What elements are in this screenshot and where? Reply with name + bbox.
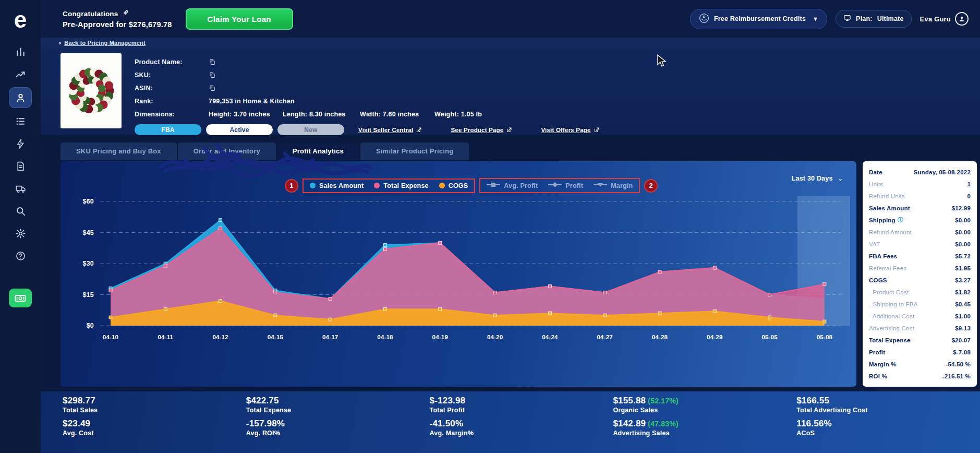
side-panel-row: Sales Amount$12.99 (869, 202, 971, 214)
stat-column: $298.77Total Sales$23.49Avg. Cost (63, 396, 246, 453)
gear-icon[interactable] (9, 224, 31, 242)
svg-text:04-19: 04-19 (432, 334, 448, 340)
profit-analytics-chart-panel: Last 30 Days ⌄ 1 Sales AmountTotal Expen… (61, 161, 856, 387)
triangle-down-marker-icon (594, 182, 607, 189)
copy-icon[interactable] (209, 85, 216, 92)
stat-total-profit: $-123.98Total Profit (430, 396, 613, 414)
tab-order-and-inventory[interactable]: Order and Inventory (178, 142, 276, 160)
annotation-marker-1: 1 (285, 179, 298, 193)
side-panel-row: - Product Cost$1.82 (869, 286, 971, 298)
help-icon[interactable] (9, 247, 31, 265)
side-panel-row: VAT$0.00 (869, 238, 971, 250)
svg-text:04-18: 04-18 (377, 334, 393, 340)
sidebar-nav (9, 43, 31, 265)
hand-coin-icon (699, 13, 709, 25)
square-marker-icon (487, 182, 500, 189)
monitor-icon (843, 14, 851, 23)
sku-label: SKU: (135, 71, 209, 79)
visit-seller-central-link[interactable]: Visit Seller Central (358, 127, 422, 133)
tab-profit-analytics[interactable]: Profit Analytics (277, 142, 359, 160)
stat-column: $422.75Total Expense-157.98%Avg. ROI% (246, 396, 430, 453)
legend-dot-icon (310, 183, 316, 188)
product-image (61, 53, 122, 128)
side-panel-row: Shippingⓘ$0.00 (869, 214, 971, 226)
stat-column: $166.55Total Advertising Cost116.56%ACoS (796, 396, 980, 453)
cash-icon[interactable] (9, 289, 32, 307)
side-panel-row: - Shipping to FBA$0.45 (869, 298, 971, 310)
copy-icon[interactable] (209, 58, 216, 66)
plan-button[interactable]: Plan: Ultimate (836, 10, 911, 28)
search-icon[interactable] (9, 202, 31, 220)
preapproved-text: Pre-Approved for (63, 20, 126, 29)
app-root: e Congratulations Pre-Approved for $276,… (0, 0, 980, 453)
legend-metrics-group: Avg. ProfitProfitMargin (479, 178, 640, 193)
bolt-icon[interactable] (9, 135, 31, 152)
visit-offers-page-link[interactable]: Visit Offers Page (541, 127, 599, 133)
user-menu[interactable]: Eva Guru (920, 12, 969, 26)
svg-text:04-12: 04-12 (212, 334, 228, 340)
plan-value: Ultimate (877, 15, 904, 22)
side-panel-row: Profit$-7.08 (869, 346, 971, 358)
legend-total-expense[interactable]: Total Expense (374, 182, 428, 189)
svg-text:04-29: 04-29 (707, 334, 722, 340)
legend-dot-icon (374, 183, 380, 188)
tab-sku-pricing-and-buy-box[interactable]: SKU Pricing and Buy Box (61, 142, 177, 160)
see-product-page-link[interactable]: See Product Page (451, 127, 512, 133)
truck-icon[interactable] (9, 180, 31, 197)
legend-margin[interactable]: Margin (594, 182, 633, 189)
day-detail-panel: DateSunday, 05-08-2022Units1Refund Units… (863, 161, 977, 387)
dimensions-label: Dimensions: (135, 111, 209, 118)
legend-profit[interactable]: Profit (548, 182, 583, 189)
avatar[interactable] (955, 12, 969, 26)
svg-text:$15: $15 (83, 291, 94, 299)
side-panel-row: - Additional Cost$1.00 (869, 310, 971, 322)
info-icon[interactable]: ⓘ (898, 216, 903, 224)
dimension-length: Length: 8.30 inches (283, 111, 360, 118)
stat-advertising-sales: $142.89 (47.83%)Advertising Sales (613, 419, 796, 437)
asin-label: ASIN: (135, 85, 209, 92)
summary-stats-bar: $298.77Total Sales$23.49Avg. Cost$422.75… (41, 391, 980, 453)
list-icon[interactable] (9, 112, 31, 130)
svg-text:05-05: 05-05 (761, 334, 778, 340)
dimension-width: Width: 7.60 inches (360, 111, 434, 118)
legend-cogs[interactable]: COGS (439, 182, 468, 189)
svg-text:04-28: 04-28 (652, 334, 668, 340)
plan-label: Plan: (856, 15, 873, 22)
claim-loan-button[interactable]: Claim Your Loan (186, 8, 293, 30)
reimbursement-label: Free Reimbursement Credits (714, 15, 806, 22)
side-panel-row: COGS$3.27 (869, 274, 971, 286)
copy-icon[interactable] (209, 71, 216, 79)
range-label: Last 30 Days (792, 175, 833, 182)
trend-up-icon[interactable] (9, 65, 31, 83)
tab-similar-product-pricing[interactable]: Similar Product Pricing (360, 142, 469, 160)
eva-logo[interactable]: e (14, 5, 27, 35)
user-name: Eva Guru (920, 15, 951, 23)
legend-sales-amount[interactable]: Sales Amount (310, 182, 364, 189)
stat-avg-margin-: -41.50%Avg. Margin% (430, 419, 613, 437)
area-chart-canvas[interactable]: $0$15$30$45$6004-1004-1104-1204-1504-170… (63, 194, 850, 351)
congrats-title: Congratulations (63, 10, 118, 18)
product-header: Product Name: SKU: ASIN: Rank:799,353 in… (41, 48, 980, 135)
stat-acos: 116.56%ACoS (796, 419, 980, 437)
svg-text:$45: $45 (83, 229, 94, 236)
svg-text:04-27: 04-27 (597, 334, 612, 340)
loan-banner: Congratulations Pre-Approved for $276,67… (63, 9, 172, 29)
rank-value: 799,353 in Home & Kitchen (209, 98, 295, 105)
preapproved-amount: $276,679.78 (129, 20, 172, 29)
user-icon[interactable] (9, 88, 31, 108)
new-badge[interactable]: New (277, 124, 344, 135)
legend-avg-profit[interactable]: Avg. Profit (487, 182, 538, 189)
side-panel-row: Total Expense$20.07 (869, 334, 971, 346)
side-panel-row: Refund Amount$0.00 (869, 226, 971, 238)
document-icon[interactable] (9, 157, 31, 175)
active-badge[interactable]: Active (206, 124, 273, 135)
diamond-marker-icon (548, 182, 562, 189)
stat-column: $-123.98Total Profit-41.50%Avg. Margin% (430, 396, 613, 453)
date-range-selector[interactable]: Last 30 Days ⌄ (792, 175, 843, 182)
sidebar: e (0, 0, 41, 453)
fba-badge[interactable]: FBA (135, 124, 201, 135)
reimbursement-credits-button[interactable]: Free Reimbursement Credits ▼ (690, 9, 827, 29)
side-panel-row: ROI %-216.51 % (869, 370, 971, 382)
back-to-pricing-link[interactable]: Back to Pricing Management (64, 40, 146, 46)
bar-chart-icon[interactable] (9, 43, 31, 61)
